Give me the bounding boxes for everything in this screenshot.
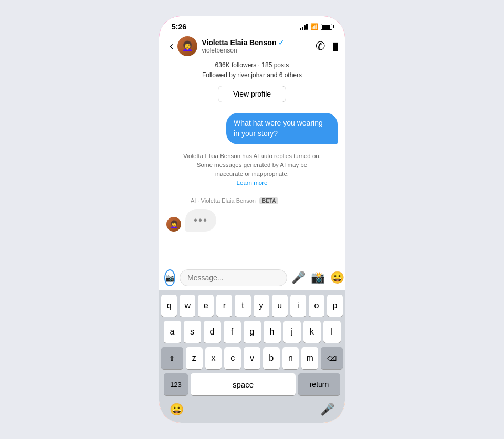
key-k[interactable]: k (303, 321, 321, 343)
video-button[interactable]: ▮ (332, 39, 339, 53)
key-a[interactable]: a (164, 321, 181, 343)
username: violetbenson (202, 47, 316, 54)
phone-inner: 5:26 📶 ‹ 👩‍🦱 Violetta Elaia B (159, 16, 345, 423)
key-y[interactable]: y (254, 295, 269, 317)
keyboard-row-2: a s d f g h j k l (161, 321, 343, 343)
key-e[interactable]: e (198, 295, 214, 317)
display-name: Violetta Elaia Benson (202, 38, 276, 47)
message-input-area: 📷 🎤 📸 😀 (159, 265, 345, 290)
key-b[interactable]: b (263, 347, 280, 369)
back-button[interactable]: ‹ (165, 38, 177, 54)
header-user: 👩‍🦱 Violetta Elaia Benson ✓ violetbenson (177, 36, 316, 56)
shift-key[interactable]: ⇧ (161, 347, 183, 369)
key-p[interactable]: p (327, 295, 343, 317)
key-d[interactable]: d (204, 321, 221, 343)
header-actions: ✆ ▮ (316, 39, 339, 53)
view-profile-button[interactable]: View profile (218, 86, 286, 102)
keyboard-row-4: 123 space return (161, 373, 343, 395)
status-time: 5:26 (172, 23, 186, 31)
status-bar: 5:26 📶 (159, 16, 345, 33)
chat-header: ‹ 👩‍🦱 Violetta Elaia Benson ✓ violetbens… (159, 33, 345, 108)
followers-text: 636K followers · 185 posts (202, 60, 302, 70)
followed-by-text: Followed by river.johar and 6 others (202, 70, 302, 80)
key-c[interactable]: c (224, 347, 241, 369)
image-icon[interactable]: 📸 (311, 271, 325, 285)
key-v[interactable]: v (244, 347, 260, 369)
message-input[interactable] (180, 269, 287, 286)
outgoing-message: What hat were you wearing in your story? (226, 113, 338, 144)
wifi-icon: 📶 (310, 23, 318, 30)
call-button[interactable]: ✆ (316, 39, 325, 53)
user-info: Violetta Elaia Benson ✓ violetbenson (202, 38, 316, 54)
profile-meta: 636K followers · 185 posts Followed by r… (202, 60, 302, 80)
messages-area: What hat were you wearing in your story?… (159, 108, 345, 265)
signal-icon (300, 24, 308, 30)
keyboard-bottom: 😀 🎤 (161, 400, 343, 421)
return-key[interactable]: return (298, 373, 340, 395)
beta-badge: BETA (259, 197, 278, 204)
verified-icon: ✓ (278, 38, 285, 47)
user-name-row: Violetta Elaia Benson ✓ (202, 38, 316, 47)
learn-more-link[interactable]: Learn more (237, 180, 268, 186)
key-o[interactable]: o (309, 295, 324, 317)
key-n[interactable]: n (282, 347, 299, 369)
key-h[interactable]: h (264, 321, 281, 343)
emoji-icon[interactable]: 😀 (170, 403, 184, 416)
num-key[interactable]: 123 (164, 373, 188, 395)
battery-icon (321, 24, 332, 30)
key-i[interactable]: i (290, 295, 306, 317)
delete-key[interactable]: ⌫ (321, 347, 343, 369)
microphone-icon[interactable]: 🎤 (291, 271, 306, 285)
phone-frame: 5:26 📶 ‹ 👩‍🦱 Violetta Elaia B (158, 15, 346, 424)
key-t[interactable]: t (235, 295, 250, 317)
key-r[interactable]: r (216, 295, 232, 317)
sticker-icon[interactable]: 😀 (330, 271, 344, 285)
key-g[interactable]: g (244, 321, 261, 343)
incoming-message-row: 👩‍🦱 ••• (166, 209, 338, 232)
keyboard-row-3: ⇧ z x c v b n m ⌫ (161, 347, 343, 369)
avatar[interactable]: 👩‍🦱 (177, 36, 197, 56)
ai-notice: Violetta Elaia Benson has AI auto replie… (166, 150, 338, 190)
typing-bubble: ••• (185, 209, 216, 232)
key-m[interactable]: m (301, 347, 318, 369)
input-actions: 🎤 📸 😀 (291, 271, 344, 285)
camera-button[interactable]: 📷 (164, 269, 175, 286)
keyboard-row-1: q w e r t y u i o p (161, 295, 343, 317)
key-w[interactable]: w (180, 295, 195, 317)
header-top: ‹ 👩‍🦱 Violetta Elaia Benson ✓ violetbens… (165, 36, 339, 56)
keyboard: q w e r t y u i o p a s d f g h j k l (159, 290, 345, 423)
key-f[interactable]: f (224, 321, 241, 343)
key-l[interactable]: l (323, 321, 341, 343)
ai-label: AI · Violetta Elaia Benson BETA (166, 197, 338, 204)
incoming-avatar: 👩‍🦱 (166, 217, 181, 232)
key-s[interactable]: s (184, 321, 201, 343)
microphone-bottom-icon[interactable]: 🎤 (320, 403, 334, 416)
key-j[interactable]: j (284, 321, 301, 343)
key-u[interactable]: u (272, 295, 288, 317)
key-z[interactable]: z (186, 347, 203, 369)
key-x[interactable]: x (205, 347, 222, 369)
space-key[interactable]: space (191, 373, 296, 395)
status-icons: 📶 (300, 23, 332, 30)
key-q[interactable]: q (161, 295, 177, 317)
